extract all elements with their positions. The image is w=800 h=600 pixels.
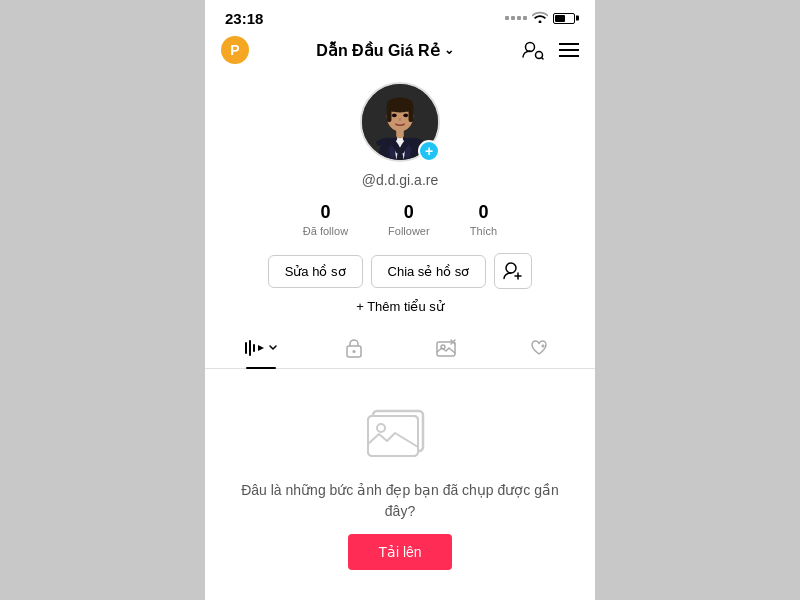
empty-state: Đâu là những bức ảnh đẹp bạn đã chụp đượ…: [205, 369, 595, 600]
action-buttons-row: Sửa hồ sơ Chia sẻ hồ sơ: [225, 253, 575, 289]
photos-tab-icon: [436, 339, 456, 357]
avatar-add-button[interactable]: +: [418, 140, 440, 162]
phone-screen: 23:18 P Dẫn Đầu Giá Rẻ: [205, 0, 595, 600]
videos-tab-icon: [244, 339, 266, 357]
stat-following[interactable]: 0 Đã follow: [303, 202, 348, 237]
add-person-icon: [503, 262, 523, 280]
tab-private[interactable]: [308, 328, 401, 368]
avatar-wrapper: +: [360, 82, 440, 162]
tab-videos[interactable]: [215, 328, 308, 368]
hamburger-icon: [559, 42, 579, 58]
following-label: Đã follow: [303, 225, 348, 237]
signal-icon: [505, 16, 527, 20]
likes-label: Thích: [470, 225, 498, 237]
photo-gallery-icon: [365, 399, 435, 464]
share-profile-button[interactable]: Chia sẻ hồ sơ: [371, 255, 487, 288]
empty-photos-icon: [365, 399, 435, 468]
svg-point-0: [526, 43, 535, 52]
status-time: 23:18: [225, 10, 263, 27]
status-bar: 23:18: [205, 0, 595, 32]
battery-icon: [553, 13, 575, 24]
empty-state-text: Đâu là những bức ảnh đẹp bạn đã chụp đượ…: [225, 480, 575, 522]
top-nav: P Dẫn Đầu Giá Rẻ ⌄: [205, 32, 595, 72]
user-search-button[interactable]: [521, 40, 545, 60]
add-friend-button[interactable]: [494, 253, 532, 289]
status-icons: [505, 11, 575, 26]
svg-rect-12: [409, 105, 414, 122]
tab-videos-chevron-icon: [268, 344, 278, 352]
upload-button[interactable]: Tải lên: [348, 534, 451, 570]
svg-point-22: [352, 350, 355, 353]
svg-point-15: [506, 263, 516, 273]
liked-tab-icon: [529, 339, 549, 357]
svg-point-14: [403, 113, 408, 117]
nav-actions: [521, 40, 579, 60]
following-count: 0: [320, 202, 330, 223]
user-search-icon: [521, 40, 545, 60]
stat-likes[interactable]: 0 Thích: [470, 202, 498, 237]
svg-point-13: [392, 113, 397, 117]
nav-logo-badge: P: [221, 36, 249, 64]
wifi-icon: [532, 11, 548, 26]
nav-title: Dẫn Đầu Giá Rẻ ⌄: [316, 41, 453, 60]
username-label: @d.d.gi.a.re: [362, 172, 438, 188]
svg-rect-11: [387, 105, 392, 122]
stat-followers[interactable]: 0 Follower: [388, 202, 430, 237]
add-bio-button[interactable]: + Thêm tiểu sử: [356, 299, 444, 314]
stats-row: 0 Đã follow 0 Follower 0 Thích: [225, 202, 575, 237]
tab-liked[interactable]: [493, 328, 586, 368]
tab-bar: [205, 328, 595, 369]
edit-profile-button[interactable]: Sửa hồ sơ: [268, 255, 363, 288]
title-chevron-icon[interactable]: ⌄: [444, 43, 454, 57]
likes-count: 0: [478, 202, 488, 223]
lock-tab-icon: [345, 338, 363, 358]
menu-button[interactable]: [559, 42, 579, 58]
followers-count: 0: [404, 202, 414, 223]
tab-photos[interactable]: [400, 328, 493, 368]
profile-section: + @d.d.gi.a.re 0 Đã follow 0 Follower 0 …: [205, 72, 595, 328]
followers-label: Follower: [388, 225, 430, 237]
